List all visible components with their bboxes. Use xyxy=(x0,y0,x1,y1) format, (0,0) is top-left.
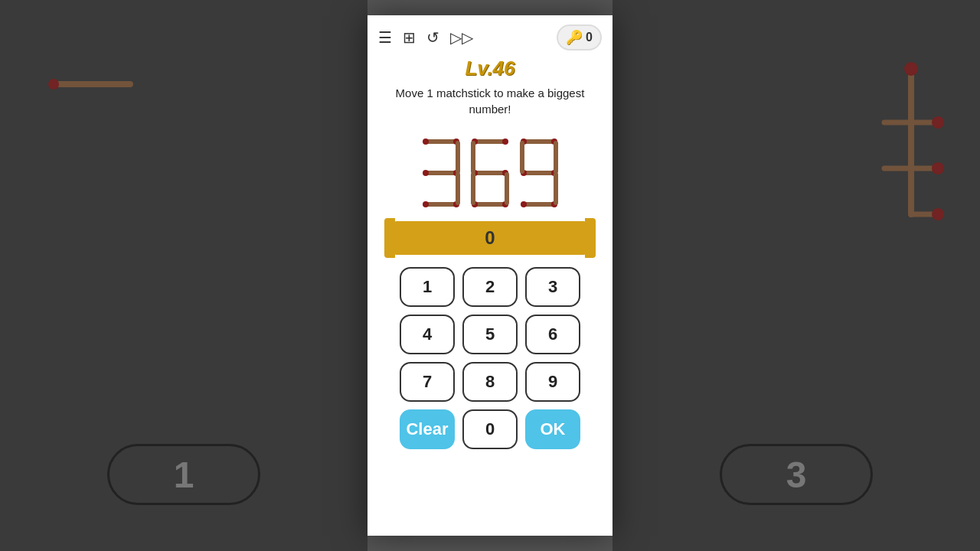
digit-6 xyxy=(469,137,511,210)
key-2[interactable]: 2 xyxy=(462,267,518,307)
matchstick-display xyxy=(413,131,567,215)
background-right: 3 xyxy=(612,0,980,551)
svg-point-23 xyxy=(502,139,508,145)
digit-9 xyxy=(518,137,560,210)
clear-button[interactable]: Clear xyxy=(400,409,455,449)
key-badge[interactable]: 🔑 0 xyxy=(557,24,602,51)
keypad-row-bottom: Clear 0 OK xyxy=(400,409,580,449)
toolbar: ☰ ⊞ ↺ ▷▷ 🔑 0 xyxy=(378,24,602,51)
svg-point-40 xyxy=(521,201,527,207)
grid-icon[interactable]: ⊞ xyxy=(403,28,416,47)
svg-point-7 xyxy=(932,162,944,174)
answer-value: 0 xyxy=(485,227,495,248)
key-7[interactable]: 7 xyxy=(400,362,455,402)
svg-point-5 xyxy=(932,116,944,129)
svg-point-1 xyxy=(48,79,59,90)
bg-number-right: 3 xyxy=(786,454,807,496)
game-panel: ☰ ⊞ ↺ ▷▷ 🔑 0 Lv.46 Move 1 matchstick to … xyxy=(368,15,612,536)
key-3[interactable]: 3 xyxy=(525,267,580,307)
bg-oval-right: 3 xyxy=(720,444,873,505)
bg-oval-left: 1 xyxy=(107,444,260,505)
fastforward-icon[interactable]: ▷▷ xyxy=(450,28,473,47)
key-6[interactable]: 6 xyxy=(525,315,580,354)
key-9[interactable]: 9 xyxy=(525,362,580,402)
key-8[interactable]: 8 xyxy=(462,362,518,402)
key-5[interactable]: 5 xyxy=(462,315,518,354)
key-0[interactable]: 0 xyxy=(462,409,518,449)
toolbar-icons: ☰ ⊞ ↺ ▷▷ xyxy=(378,28,473,47)
background-left: 1 xyxy=(0,0,368,551)
svg-point-17 xyxy=(423,201,429,207)
bg-matchstick-left xyxy=(46,77,138,138)
bg-matchstick-right xyxy=(873,61,949,260)
svg-point-11 xyxy=(423,139,429,145)
svg-point-9 xyxy=(932,208,944,220)
svg-point-14 xyxy=(423,170,429,176)
ok-button[interactable]: OK xyxy=(525,409,580,449)
keypad-row-1: 1 2 3 xyxy=(400,267,580,307)
bg-number-left: 1 xyxy=(174,454,194,496)
keypad: 1 2 3 4 5 6 7 8 9 Clear 0 OK xyxy=(400,267,580,449)
instruction-text: Move 1 matchstick to make a biggest numb… xyxy=(378,85,602,117)
digit-3 xyxy=(420,137,462,210)
refresh-icon[interactable]: ↺ xyxy=(426,28,439,47)
keypad-row-3: 7 8 9 xyxy=(400,362,580,402)
matchstick-digits xyxy=(420,137,560,210)
key-4[interactable]: 4 xyxy=(400,315,455,354)
key-icon: 🔑 xyxy=(566,29,583,46)
key-1[interactable]: 1 xyxy=(400,267,455,307)
level-title: Lv.46 xyxy=(465,57,514,80)
answer-bar: 0 xyxy=(390,221,590,255)
menu-icon[interactable]: ☰ xyxy=(378,28,392,47)
svg-point-3 xyxy=(904,62,918,76)
keypad-row-2: 4 5 6 xyxy=(400,315,580,354)
key-count: 0 xyxy=(586,31,593,44)
